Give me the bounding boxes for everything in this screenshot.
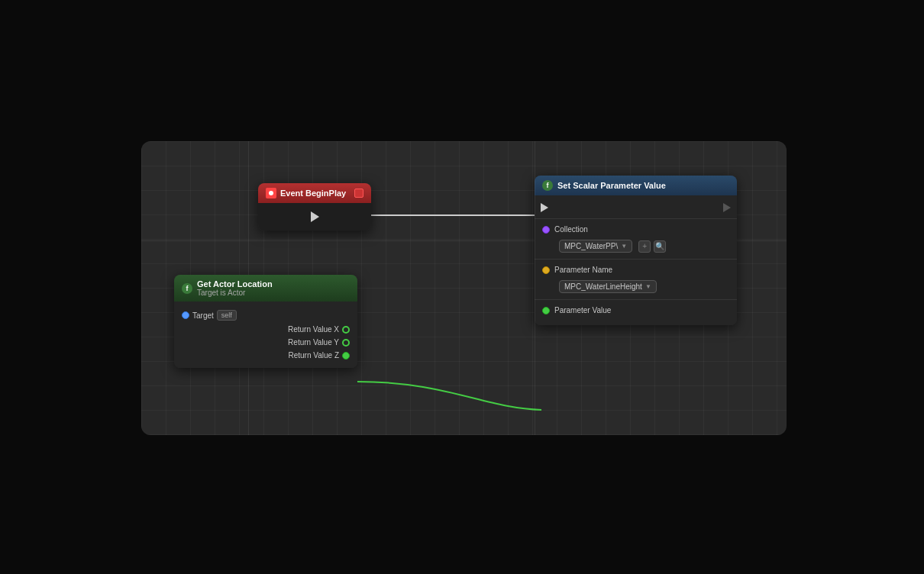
collection-dropdown-row: MPC_WaterPP\ ▼ + 🔍 [535, 237, 737, 256]
blueprint-canvas[interactable]: Event BeginPlay f Get Actor Location Tar… [141, 141, 787, 435]
get-actor-location-header: f Get Actor Location Target is Actor [174, 275, 357, 302]
param-name-dropdown[interactable]: MPC_WaterLineHeight ▼ [559, 280, 657, 293]
target-pin[interactable] [182, 311, 189, 319]
return-z-pin[interactable] [342, 352, 350, 360]
func-icon: f [182, 283, 192, 294]
collection-dropdown[interactable]: MPC_WaterPP\ ▼ [559, 240, 632, 253]
param-name-dropdown-row: MPC_WaterLineHeight ▼ [535, 277, 737, 296]
exec-out-pin[interactable] [723, 203, 731, 212]
return-y-label: Return Value Y [288, 338, 339, 347]
collection-value: MPC_WaterPP\ [564, 242, 618, 250]
collection-pin-row: Collection [535, 222, 737, 237]
add-icon-btn[interactable]: + [638, 240, 651, 253]
exec-out-pin[interactable] [309, 211, 321, 223]
param-name-pin[interactable] [542, 266, 550, 274]
separator-2 [535, 259, 737, 260]
search-icon-btn[interactable]: 🔍 [654, 240, 666, 253]
collection-pin[interactable] [542, 226, 550, 234]
collection-icon-buttons: + 🔍 [638, 240, 666, 253]
target-pin-label: Target [192, 311, 214, 320]
param-value-pin[interactable] [542, 307, 550, 314]
exec-arrow-icon [311, 211, 319, 222]
target-pin-row: Target self [174, 308, 357, 323]
return-z-label: Return Value Z [288, 351, 339, 360]
exec-in-pin[interactable] [541, 203, 548, 212]
set-scalar-header: f Set Scalar Parameter Value [535, 176, 737, 195]
return-x-pin[interactable] [342, 326, 350, 334]
param-name-label: Parameter Name [554, 266, 612, 274]
return-z-pin-row: Return Value Z [174, 349, 357, 362]
get-actor-location-title: Get Actor Location [197, 279, 273, 289]
get-actor-location-node[interactable]: f Get Actor Location Target is Actor Tar… [174, 275, 357, 368]
param-value-pin-row: Parameter Value [535, 303, 737, 318]
get-actor-location-subtitle: Target is Actor [197, 289, 273, 297]
get-actor-location-titles: Get Actor Location Target is Actor [197, 279, 273, 297]
param-value-label: Parameter Value [554, 306, 611, 314]
event-close-btn[interactable] [354, 189, 363, 198]
set-scalar-title: Set Scalar Parameter Value [557, 181, 666, 190]
event-begin-play-node[interactable]: Event BeginPlay [258, 183, 371, 231]
param-name-dropdown-arrow: ▼ [645, 283, 651, 290]
exec-pin-row [535, 200, 737, 215]
event-begin-play-body [258, 203, 371, 231]
get-actor-location-body: Target self Return Value X Return Value … [174, 302, 357, 368]
event-begin-play-header: Event BeginPlay [258, 183, 371, 203]
set-scalar-func-icon: f [542, 180, 553, 191]
target-self-badge: self [217, 310, 237, 321]
return-y-pin-row: Return Value Y [174, 336, 357, 349]
set-scalar-parameter-node[interactable]: f Set Scalar Parameter Value Collection … [535, 176, 737, 325]
event-begin-play-title: Event BeginPlay [280, 189, 346, 198]
return-x-label: Return Value X [288, 325, 339, 334]
event-header-left: Event BeginPlay [266, 188, 346, 198]
separator-1 [535, 218, 737, 219]
return-x-pin-row: Return Value X [174, 323, 357, 336]
collection-label: Collection [554, 225, 588, 234]
collection-dropdown-arrow: ▼ [621, 243, 627, 250]
set-scalar-body: Collection MPC_WaterPP\ ▼ + 🔍 Parameter … [535, 195, 737, 325]
event-icon [266, 188, 276, 198]
param-name-pin-row: Parameter Name [535, 263, 737, 277]
return-y-pin[interactable] [342, 339, 350, 347]
separator-3 [535, 299, 737, 300]
param-name-value: MPC_WaterLineHeight [564, 282, 642, 291]
